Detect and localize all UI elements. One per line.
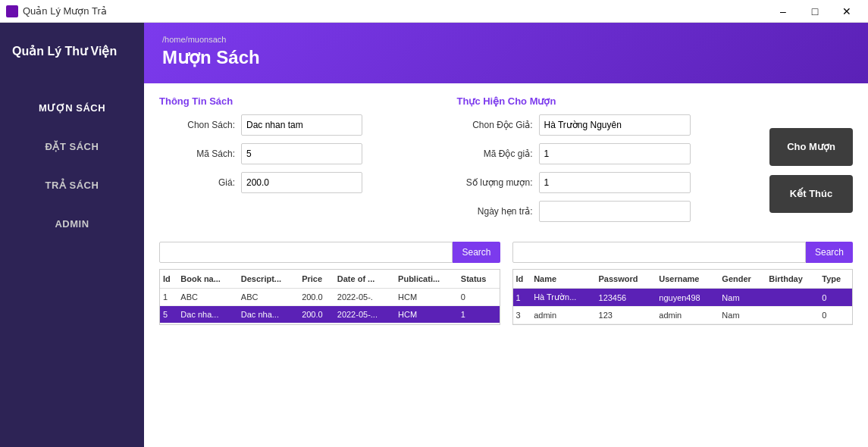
col-r-username: Username xyxy=(656,270,719,289)
cell-r-password: 123456 xyxy=(596,289,656,307)
cell-r-username: admin xyxy=(656,307,719,324)
cell-r-gender: Nam xyxy=(719,289,766,307)
col-price: Price xyxy=(299,270,334,289)
content-header: /home/muonsach Mượn Sách xyxy=(144,23,868,83)
cell-r-gender: Nam xyxy=(719,307,766,324)
readers-table-row[interactable]: 1 Hà Trườn... 123456 nguyen498 Nam 0 xyxy=(513,289,853,307)
content-area: /home/muonsach Mượn Sách Thông Tin Sách … xyxy=(144,23,868,447)
readers-table-header: Id Name Password Username Gender Birthda… xyxy=(513,270,853,289)
app-body: Quản Lý Thư Viện MƯỢN SÁCH ĐẶT SÁCH TRẢ … xyxy=(0,23,868,447)
cell-id: 1 xyxy=(160,289,177,306)
cell-pub: HCM xyxy=(395,289,458,306)
gia-input[interactable] xyxy=(241,172,362,193)
page-title: Mượn Sách xyxy=(162,47,850,68)
sidebar-item-muon-sach[interactable]: MƯỢN SÁCH xyxy=(0,89,144,127)
window-controls: – □ ✕ xyxy=(768,0,862,23)
readers-table-container: Id Name Password Username Gender Birthda… xyxy=(512,269,854,325)
books-table-row[interactable]: 1 ABC ABC 200.0 2022-05-. HCM 0 xyxy=(160,289,500,306)
sidebar-title: Quản Lý Thư Viện xyxy=(0,23,144,81)
row-chon-doc-gia: Chon Độc Giả: Hà Trường Nguyên xyxy=(457,114,732,136)
cell-status: 1 xyxy=(458,306,500,324)
readers-table-body: 1 Hà Trườn... 123456 nguyen498 Nam 0 3 a… xyxy=(513,289,853,324)
col-r-type: Type xyxy=(819,270,852,289)
col-r-password: Password xyxy=(596,270,656,289)
cell-price: 200.0 xyxy=(299,289,334,306)
breadcrumb: /home/muonsach xyxy=(162,35,850,44)
ma-sach-label: Mã Sách: xyxy=(159,148,235,159)
cell-r-id: 1 xyxy=(513,289,531,307)
so-luong-input[interactable] xyxy=(539,172,691,193)
search-row: Search Search xyxy=(159,242,853,263)
cell-r-password: 123 xyxy=(596,307,656,324)
row-ngay-hen: Ngày hẹn trả: xyxy=(457,201,732,222)
col-date: Date of ... xyxy=(334,270,395,289)
tables-row: Id Book na... Descript... Price Date of … xyxy=(159,269,853,325)
title-bar-title: Quản Lý Mượn Trả xyxy=(23,5,107,17)
col-pub: Publicati... xyxy=(395,270,458,289)
cell-status: 0 xyxy=(458,289,500,306)
app-icon xyxy=(6,5,18,17)
gia-label: Giá: xyxy=(159,177,235,188)
cell-r-birthday xyxy=(766,289,819,307)
readers-table-row[interactable]: 3 admin 123 admin Nam 0 xyxy=(513,307,853,324)
sidebar-item-admin[interactable]: ADMIN xyxy=(0,205,144,243)
ma-sach-input[interactable] xyxy=(241,143,362,164)
section-thong-tin-sach: Thông Tin Sách Chon Sách: Dac nhan tam M… xyxy=(159,95,434,230)
search-readers-container: Search xyxy=(512,242,854,263)
maximize-button[interactable]: □ xyxy=(800,0,830,23)
cell-name: Dac nha... xyxy=(177,306,237,324)
cho-muon-button[interactable]: Cho Mượn xyxy=(769,128,853,166)
books-table-container: Id Book na... Descript... Price Date of … xyxy=(159,269,500,325)
chon-sach-label: Chon Sách: xyxy=(159,120,235,130)
books-table-header: Id Book na... Descript... Price Date of … xyxy=(160,270,500,289)
search-books-button[interactable]: Search xyxy=(453,242,500,263)
cell-desc: Dac nha... xyxy=(238,306,299,324)
sidebar: Quản Lý Thư Viện MƯỢN SÁCH ĐẶT SÁCH TRẢ … xyxy=(0,23,144,447)
ma-doc-gia-label: Mã Độc giả: xyxy=(457,148,533,159)
chon-doc-gia-select[interactable]: Hà Trường Nguyên xyxy=(539,114,691,136)
books-table-row[interactable]: 5 Dac nha... Dac nha... 200.0 2022-05-..… xyxy=(160,306,500,324)
row-gia: Giá: xyxy=(159,172,434,193)
col-r-gender: Gender xyxy=(719,270,766,289)
cell-id: 5 xyxy=(160,306,177,324)
books-table: Id Book na... Descript... Price Date of … xyxy=(160,270,500,324)
ngay-hen-label: Ngày hẹn trả: xyxy=(457,206,533,217)
row-ma-doc-gia: Mã Độc giả: xyxy=(457,143,732,164)
col-id: Id xyxy=(160,270,177,289)
sidebar-item-tra-sach[interactable]: TRẢ SÁCH xyxy=(0,166,144,205)
col-r-id: Id xyxy=(513,270,531,289)
sidebar-nav: MƯỢN SÁCH ĐẶT SÁCH TRẢ SÁCH ADMIN xyxy=(0,89,144,243)
section1-title: Thông Tin Sách xyxy=(159,95,434,107)
cell-r-type: 0 xyxy=(819,289,852,307)
main-content: Thông Tin Sách Chon Sách: Dac nhan tam M… xyxy=(144,83,868,447)
close-button[interactable]: ✕ xyxy=(832,0,862,23)
readers-table: Id Name Password Username Gender Birthda… xyxy=(513,270,853,324)
section2-title: Thực Hiện Cho Mượn xyxy=(457,95,732,107)
col-book-name: Book na... xyxy=(177,270,237,289)
ket-thuc-button[interactable]: Kết Thúc xyxy=(769,175,853,213)
minimize-button[interactable]: – xyxy=(768,0,798,23)
cell-name: ABC xyxy=(177,289,237,306)
search-books-input[interactable] xyxy=(159,242,453,263)
col-r-name: Name xyxy=(531,270,595,289)
search-books-container: Search xyxy=(159,242,500,263)
sidebar-item-dat-sach[interactable]: ĐẶT SÁCH xyxy=(0,127,144,166)
title-bar: Quản Lý Mượn Trả – □ ✕ xyxy=(0,0,868,23)
section-thuc-hien: Thực Hiện Cho Mượn Chon Độc Giả: Hà Trườ… xyxy=(457,95,732,230)
cell-date: 2022-05-. xyxy=(334,289,395,306)
form-sections: Thông Tin Sách Chon Sách: Dac nhan tam M… xyxy=(159,95,853,230)
cell-desc: ABC xyxy=(238,289,299,306)
col-status: Status xyxy=(458,270,500,289)
search-readers-input[interactable] xyxy=(512,242,806,263)
ngay-hen-input[interactable] xyxy=(539,201,691,222)
chon-doc-gia-label: Chon Độc Giả: xyxy=(457,120,533,130)
cell-date: 2022-05-... xyxy=(334,306,395,324)
so-luong-label: Số lượng mượn: xyxy=(457,177,533,188)
col-r-birthday: Birthday xyxy=(766,270,819,289)
row-chon-sach: Chon Sách: Dac nhan tam xyxy=(159,114,434,136)
cell-r-id: 3 xyxy=(513,307,531,324)
chon-sach-select[interactable]: Dac nhan tam xyxy=(241,114,362,136)
cell-r-username: nguyen498 xyxy=(656,289,719,307)
search-readers-button[interactable]: Search xyxy=(806,242,853,263)
ma-doc-gia-input[interactable] xyxy=(539,143,691,164)
